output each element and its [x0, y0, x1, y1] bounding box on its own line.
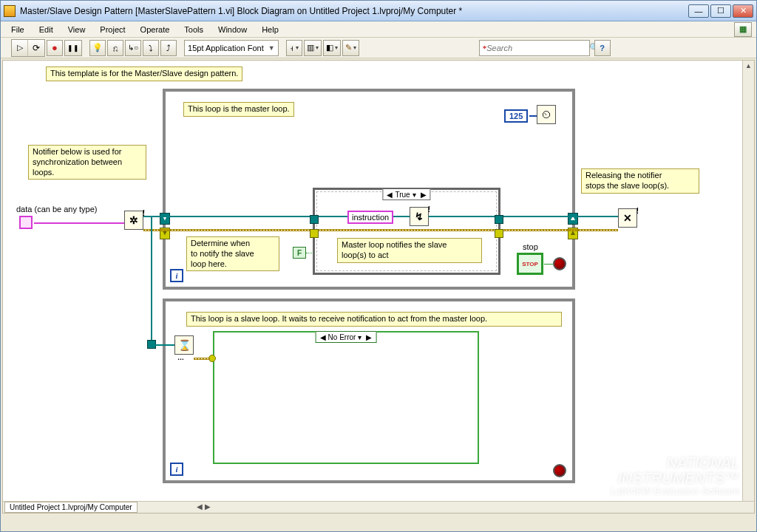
cleanup-diagram-button[interactable]	[342, 40, 359, 56]
case-prev-icon[interactable]: ◀	[384, 191, 395, 199]
wire-ref-down	[151, 216, 152, 345]
search-box[interactable]: * 🔍	[479, 40, 590, 56]
watermark: NATIONAL INSTRUMENTS™ LabVIEW Evaluation…	[611, 455, 739, 497]
case-value-noerror: No Error	[328, 333, 356, 341]
menu-bar: File Edit View Project Operate Tools Win…	[1, 21, 756, 38]
block-diagram-canvas[interactable]: Untitled Project 1.lvproj/My Computer ◀ …	[2, 60, 755, 514]
release-notifier-node[interactable]: ✕!	[618, 208, 637, 228]
comment-slave-loop[interactable]: This loop is a slave loop. It waits to r…	[186, 312, 562, 327]
toolbar: 15pt Application Font ▼ * 🔍 ?	[1, 38, 756, 58]
label-stop: stop	[523, 242, 538, 251]
horizontal-scrollbar[interactable]: Untitled Project 1.lvproj/My Computer ◀ …	[3, 501, 754, 513]
menu-operate[interactable]: Operate	[135, 24, 176, 35]
data-type-terminal[interactable]	[19, 216, 33, 229]
search-input[interactable]	[486, 44, 589, 52]
wire-data	[34, 222, 124, 224]
close-button[interactable]: ✕	[733, 4, 753, 18]
distribute-objects-button[interactable]	[304, 40, 322, 56]
case-next-icon[interactable]: ▶	[364, 333, 374, 341]
comment-notifier[interactable]: Notifier below is used for synchronizati…	[28, 145, 146, 180]
retain-wire-values-button[interactable]	[107, 40, 123, 56]
menu-view[interactable]: View	[62, 24, 92, 35]
chevron-down-icon: ▼	[268, 44, 275, 52]
app-icon	[4, 5, 16, 17]
pause-button[interactable]	[64, 40, 82, 56]
step-over-button[interactable]	[143, 40, 159, 56]
case-value: True	[395, 191, 410, 199]
chevron-down-icon[interactable]: ▾	[410, 191, 418, 199]
comment-master-notify[interactable]: Master loop notifies the slave loop(s) t…	[337, 238, 482, 263]
wire-wait	[529, 115, 537, 117]
window-title: Master/Slave Design Pattern [MasterSlave…	[20, 6, 688, 16]
instruction-constant[interactable]: instruction	[347, 211, 393, 224]
context-help-button[interactable]: ?	[594, 40, 611, 56]
case-tunnel-ref-in[interactable]	[310, 215, 319, 224]
step-into-button[interactable]	[125, 40, 141, 56]
wire-case-sel	[306, 253, 313, 253]
shift-register-right-ref[interactable]	[568, 213, 578, 225]
menu-window[interactable]: Window	[212, 24, 253, 35]
font-name: 15pt Application Font	[188, 44, 264, 52]
label-data: data (can be any type)	[16, 205, 97, 214]
scroll-arrows[interactable]: ◀ ▶	[197, 502, 211, 511]
comment-template[interactable]: This template is for the Master/Slave de…	[46, 66, 242, 81]
vi-icon[interactable]: ▦	[734, 22, 752, 37]
wait-ms-node[interactable]: ⏲	[537, 105, 556, 124]
stop-button-terminal[interactable]: STOP	[517, 253, 543, 275]
case-prev-icon[interactable]: ◀	[318, 333, 328, 341]
bool-false-const[interactable]: F	[293, 247, 306, 259]
wire-ref-to-release	[578, 216, 618, 217]
wait-on-notification-node[interactable]: ⌛…	[174, 335, 194, 355]
align-objects-button[interactable]	[286, 40, 302, 56]
menu-help[interactable]: Help	[256, 24, 285, 35]
run-button[interactable]	[12, 40, 28, 56]
send-notification-node[interactable]: ↯!	[410, 207, 429, 226]
iteration-terminal-master[interactable]: i	[170, 269, 183, 282]
vertical-scrollbar[interactable]	[742, 61, 754, 513]
chevron-down-icon[interactable]: ▾	[356, 333, 364, 341]
run-continuous-button[interactable]	[28, 40, 44, 56]
reorder-button[interactable]	[323, 40, 341, 56]
comment-master-loop[interactable]: This loop is the master loop.	[183, 102, 294, 117]
menu-tools[interactable]: Tools	[178, 24, 209, 35]
abort-button[interactable]	[47, 40, 63, 56]
obtain-notifier-node[interactable]: ✲!	[124, 211, 143, 230]
font-selector[interactable]: 15pt Application Font ▼	[184, 40, 279, 56]
case-tunnel-err-in[interactable]	[310, 229, 319, 238]
iteration-terminal-slave[interactable]: i	[170, 463, 183, 476]
case-tunnel-ref-out[interactable]	[495, 215, 503, 224]
maximize-button[interactable]: ☐	[710, 4, 731, 18]
wire-err-wait-to-case	[194, 358, 210, 360]
wire-err-to-release	[578, 229, 618, 231]
wire-stop	[544, 264, 553, 265]
case-tunnel-err-out[interactable]	[495, 229, 503, 238]
case-selector-true[interactable]: ◀ True ▾ ▶	[382, 188, 430, 200]
menu-project[interactable]: Project	[94, 24, 131, 35]
case-structure-noerror[interactable]: ◀ No Error ▾ ▶	[213, 331, 479, 464]
comment-determine[interactable]: Determine when to notify the slave loop …	[186, 236, 279, 271]
comment-release[interactable]: Releasing the notifier stops the slave l…	[581, 168, 699, 194]
loop-condition-master[interactable]	[553, 257, 566, 270]
loop-condition-slave[interactable]	[553, 464, 566, 477]
menu-edit[interactable]: Edit	[33, 24, 59, 35]
wire-into-wait	[152, 344, 174, 346]
case-next-icon[interactable]: ▶	[418, 191, 429, 199]
window-titlebar: Master/Slave Design Pattern [MasterSlave…	[1, 1, 756, 21]
const-wait-ms[interactable]: 125	[504, 109, 528, 123]
highlight-execution-button[interactable]	[89, 40, 106, 56]
project-tab[interactable]: Untitled Project 1.lvproj/My Computer	[4, 502, 138, 513]
menu-file[interactable]: File	[5, 24, 30, 35]
step-out-button[interactable]	[160, 40, 177, 56]
case-selector-noerror[interactable]: ◀ No Error ▾ ▶	[316, 331, 377, 343]
minimize-button[interactable]: —	[688, 4, 709, 18]
shift-register-left-ref[interactable]	[160, 213, 170, 225]
